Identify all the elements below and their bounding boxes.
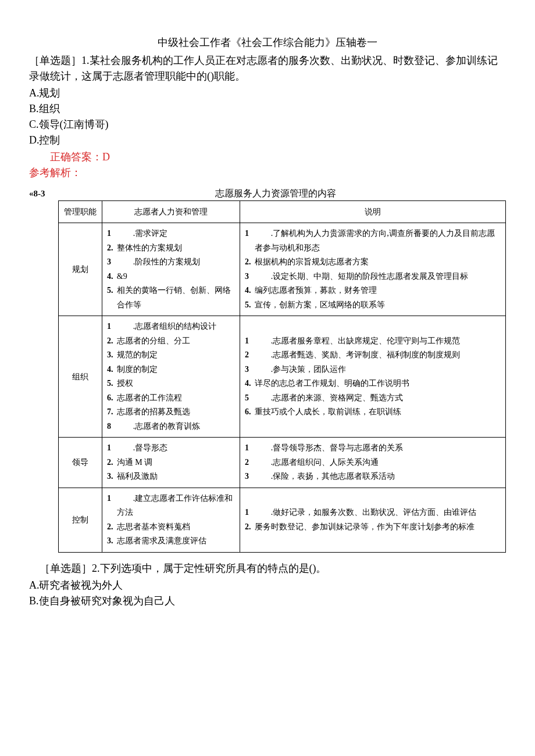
q1-analysis-label: 参考解析： xyxy=(29,165,506,181)
q1-option-b: B.组织 xyxy=(29,101,506,117)
page-title: 中级社会工作者《社会工作综合能力》压轴卷一 xyxy=(29,35,506,51)
table-row: 领导1.督导形态2.沟通 M 调3.福利及激励1.督导领导形杰、督导与志愿者的关… xyxy=(59,438,506,488)
q2-text: 下列选项中，属于定性研究所具有的特点的是()。 xyxy=(100,562,327,574)
q1-option-a: A.规划 xyxy=(29,85,506,101)
cell-func: 领导 xyxy=(59,438,102,488)
table-tag: «8-3 xyxy=(29,187,45,200)
table-caption-row: «8-3 志愿服务人力资源管理的内容 xyxy=(29,187,506,200)
table-row: 控制1.建立志愿者工作许估标准和方法2.志思者基本资料蒐档3.志愿者需求及满意度… xyxy=(59,488,506,552)
q1-stem: ［单选题］1.某社会服务机构的工作人员正在对志愿者的服务次数、出勤状况、时数登记… xyxy=(29,53,506,84)
q1-option-c: C.领导(江南博哥) xyxy=(29,117,506,132)
q1-text: 某社会服务机构的工作人员正在对志愿者的服务次数、出勤状况、时数登记、参加训练记录… xyxy=(29,55,498,82)
cell-hr: 1.志愿者组织的结构设计2.志愿者的分组、分工3.规范的制定4.制度的制定5.授… xyxy=(102,316,240,438)
cell-desc: 1.了解机构为人力贵源需求的方向,调查所番要的人力及目前志愿者参与动机和形态2.… xyxy=(240,223,506,316)
cell-desc: 1.志愿者服务章程、出缺席规定、伦理守则与工作规范2.志愿者甄选、奖励、考评制度… xyxy=(240,316,506,438)
cell-func: 控制 xyxy=(59,488,102,552)
q2-stem: ［单选题］2.下列选项中，属于定性研究所具有的特点的是()。 xyxy=(29,561,506,576)
q1-option-d: D.控制 xyxy=(29,132,506,148)
col-header-desc: 说明 xyxy=(240,201,506,223)
table-row: 组织1.志愿者组织的结构设计2.志愿者的分组、分工3.规范的制定4.制度的制定5… xyxy=(59,316,506,438)
hr-table: 管理职能 志愿者人力资和管理 说明 规划1.需求评定2.整体性的方案规划3.阶段… xyxy=(58,200,506,553)
cell-func: 组织 xyxy=(59,316,102,438)
cell-desc: 1.做好记录，如服务次数、出勤状况、评估方面、由谁评估2.屡务时数登记、参加训妹… xyxy=(240,488,506,552)
table-header-row: 管理职能 志愿者人力资和管理 说明 xyxy=(59,201,506,223)
q1-answer: 正确答案：D xyxy=(50,149,506,165)
cell-desc: 1.督导领导形杰、督导与志愿者的关系2.志愿者组织问、人际关系沟通3.保险，表扬… xyxy=(240,438,506,488)
q2-prefix: ［单选题］2. xyxy=(40,562,100,574)
q2-block: ［单选题］2.下列选项中，属于定性研究所具有的特点的是()。 A.研究者被视为外… xyxy=(29,561,506,609)
col-header-hr: 志愿者人力资和管理 xyxy=(102,201,240,223)
cell-hr: 1.督导形态2.沟通 M 调3.福利及激励 xyxy=(102,438,240,488)
q2-option-b: B.使自身被研究对象视为自己人 xyxy=(29,593,506,609)
cell-func: 规划 xyxy=(59,223,102,316)
table-row: 规划1.需求评定2.整体性的方案规划3.阶段性的方案规划4.&95.相关的黄咯一… xyxy=(59,223,506,316)
col-header-func: 管理职能 xyxy=(59,201,102,223)
table-caption: 志愿服务人力资源管理的内容 xyxy=(45,187,507,200)
q2-option-a: A.研究者被视为外人 xyxy=(29,578,506,593)
q1-prefix: ［单选题］1. xyxy=(29,55,90,66)
cell-hr: 1.需求评定2.整体性的方案规划3.阶段性的方案规划4.&95.相关的黄咯一行销… xyxy=(102,223,240,316)
cell-hr: 1.建立志愿者工作许估标准和方法2.志思者基本资料蒐档3.志愿者需求及满意度评估 xyxy=(102,488,240,552)
